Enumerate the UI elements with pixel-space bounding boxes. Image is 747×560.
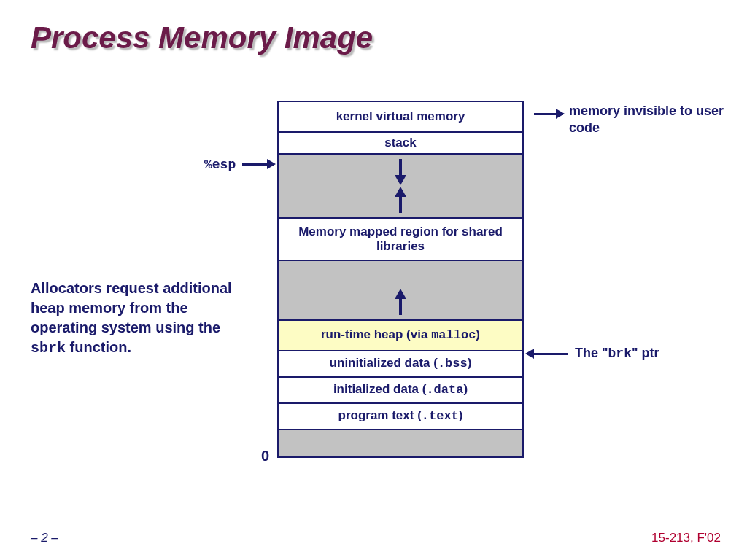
allocator-annotation: Allocators request additional heap memor…	[31, 279, 249, 358]
segment-below-zero	[279, 429, 522, 456]
segment-gap-mmap-heap	[279, 260, 522, 319]
kernel-annotation-arrow-icon	[534, 113, 563, 115]
segment-text: program text (.text)	[279, 402, 522, 429]
data-mono: .data	[426, 383, 463, 397]
segment-gap-stack-mmap	[279, 153, 522, 217]
esp-label: %esp	[204, 158, 236, 172]
footer-page-number: – 2 –	[31, 531, 58, 545]
bss-text: uninitialized data (	[330, 356, 438, 370]
heap-text: run-time heap (via	[321, 327, 431, 341]
text-prefix: program text (	[338, 408, 422, 422]
slide-title: Process Memory Image	[31, 20, 373, 55]
bss-suffix: )	[468, 356, 472, 370]
data-text: initialized data (	[333, 382, 427, 396]
zero-address-label: 0	[261, 448, 269, 464]
segment-data: initialized data (.data)	[279, 376, 522, 402]
heap-suffix: )	[476, 327, 480, 341]
alloc-suffix: function.	[66, 339, 131, 355]
segment-kernel: kernel virtual memory	[279, 102, 522, 131]
segment-heap: run-time heap (via malloc)	[279, 319, 522, 350]
esp-arrow-icon	[242, 163, 274, 166]
alloc-mono: sbrk	[31, 340, 66, 357]
heap-mono: malloc	[431, 328, 476, 342]
brk-mono: brk	[608, 346, 632, 361]
segment-mmap: Memory mapped region for shared librarie…	[279, 217, 522, 260]
brk-annotation: The "brk" ptr	[575, 346, 735, 361]
text-mono: .text	[422, 409, 459, 423]
data-suffix: )	[463, 382, 468, 396]
segment-stack: stack	[279, 131, 522, 153]
kernel-annotation: memory invisible to user code	[569, 103, 729, 136]
brk-prefix: The "	[575, 346, 608, 360]
segment-bss: uninitialized data (.bss)	[279, 350, 522, 376]
bss-mono: .bss	[438, 357, 468, 370]
alloc-prefix: Allocators request additional heap memor…	[31, 280, 232, 335]
text-suffix: )	[459, 408, 463, 422]
brk-suffix: " ptr	[632, 346, 659, 360]
brk-annotation-arrow-icon	[527, 353, 568, 355]
memory-layout-diagram: kernel virtual memory stack Memory mappe…	[277, 101, 524, 458]
footer-course: 15-213, F'02	[651, 531, 721, 545]
